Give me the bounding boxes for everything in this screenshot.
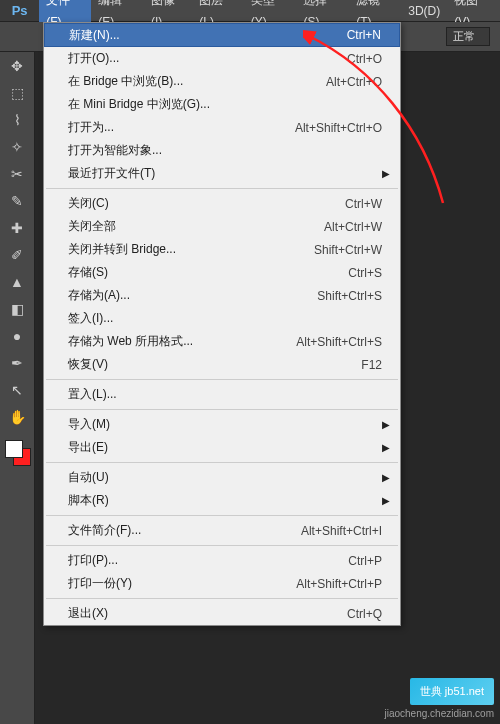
menu-item-13[interactable]: 签入(I)... <box>44 307 400 330</box>
submenu-arrow-icon: ▶ <box>382 419 390 430</box>
brush-tool[interactable]: ✐ <box>4 243 31 267</box>
menu-item-11[interactable]: 存储(S)Ctrl+S <box>44 261 400 284</box>
menu-item-label: 关闭并转到 Bridge... <box>68 241 314 258</box>
menu-item-shortcut: Ctrl+W <box>345 197 382 211</box>
file-menu-dropdown: 新建(N)...Ctrl+N打开(O)...Ctrl+O在 Bridge 中浏览… <box>43 22 401 626</box>
menu-separator <box>46 409 398 410</box>
lasso-tool[interactable]: ⌇ <box>4 108 31 132</box>
crop-tool[interactable]: ✂ <box>4 162 31 186</box>
blend-mode-select[interactable]: 正常 <box>446 27 490 46</box>
menu-item-6[interactable]: 最近打开文件(T)▶ <box>44 162 400 185</box>
menu-item-label: 自动(U) <box>68 469 382 486</box>
path-select-tool[interactable]: ↖ <box>4 378 31 402</box>
menu-item-label: 置入(L)... <box>68 386 382 403</box>
menu-item-shortcut: Ctrl+O <box>347 52 382 66</box>
menu-separator <box>46 545 398 546</box>
menu-item-8[interactable]: 关闭(C)Ctrl+W <box>44 192 400 215</box>
menu-item-0[interactable]: 新建(N)...Ctrl+N <box>44 23 400 47</box>
watermark-site: 世典 jb51.net <box>410 678 494 705</box>
submenu-arrow-icon: ▶ <box>382 168 390 179</box>
menu-item-label: 签入(I)... <box>68 310 382 327</box>
menu-item-1[interactable]: 打开(O)...Ctrl+O <box>44 47 400 70</box>
menu-item-3[interactable]: 在 Mini Bridge 中浏览(G)... <box>44 93 400 116</box>
menu-item-27[interactable]: 打印(P)...Ctrl+P <box>44 549 400 572</box>
menu-item-label: 最近打开文件(T) <box>68 165 382 182</box>
menu-item-shortcut: Alt+Shift+Ctrl+P <box>296 577 382 591</box>
menu-separator <box>46 598 398 599</box>
menu-item-28[interactable]: 打印一份(Y)Alt+Shift+Ctrl+P <box>44 572 400 595</box>
menu-separator <box>46 379 398 380</box>
menu-item-label: 恢复(V) <box>68 356 361 373</box>
menu-separator <box>46 188 398 189</box>
eyedropper-tool[interactable]: ✎ <box>4 189 31 213</box>
menu-item-label: 退出(X) <box>68 605 347 622</box>
pen-tool[interactable]: ✒ <box>4 351 31 375</box>
healing-brush-tool[interactable]: ✚ <box>4 216 31 240</box>
menu-item-20[interactable]: 导出(E)▶ <box>44 436 400 459</box>
app-logo: Ps <box>0 0 39 21</box>
color-swatches[interactable] <box>3 438 31 466</box>
menu-item-shortcut: Ctrl+Q <box>347 607 382 621</box>
menu-7[interactable]: 3D(D) <box>401 0 447 22</box>
menu-item-label: 在 Mini Bridge 中浏览(G)... <box>68 96 382 113</box>
menu-item-shortcut: Alt+Shift+Ctrl+I <box>301 524 382 538</box>
menu-item-shortcut: Shift+Ctrl+S <box>317 289 382 303</box>
menu-item-4[interactable]: 打开为...Alt+Shift+Ctrl+O <box>44 116 400 139</box>
menu-item-label: 关闭(C) <box>68 195 345 212</box>
menu-item-label: 打开为... <box>68 119 295 136</box>
watermark: 世典 jb51.net jiaocheng.chezidian.com <box>384 678 494 720</box>
hand-tool[interactable]: ✋ <box>4 405 31 429</box>
menu-item-30[interactable]: 退出(X)Ctrl+Q <box>44 602 400 625</box>
menu-item-9[interactable]: 关闭全部Alt+Ctrl+W <box>44 215 400 238</box>
tool-strip: ✥⬚⌇✧✂✎✚✐▲◧●✒↖✋ <box>0 52 35 724</box>
eraser-tool[interactable]: ◧ <box>4 297 31 321</box>
submenu-arrow-icon: ▶ <box>382 442 390 453</box>
menu-item-label: 关闭全部 <box>68 218 324 235</box>
menu-item-14[interactable]: 存储为 Web 所用格式...Alt+Shift+Ctrl+S <box>44 330 400 353</box>
menu-item-shortcut: Alt+Shift+Ctrl+S <box>296 335 382 349</box>
move-tool[interactable]: ✥ <box>4 54 31 78</box>
menu-item-25[interactable]: 文件简介(F)...Alt+Shift+Ctrl+I <box>44 519 400 542</box>
menu-item-label: 存储为 Web 所用格式... <box>68 333 296 350</box>
menu-separator <box>46 515 398 516</box>
menu-item-5[interactable]: 打开为智能对象... <box>44 139 400 162</box>
menu-item-shortcut: F12 <box>361 358 382 372</box>
magic-wand-tool[interactable]: ✧ <box>4 135 31 159</box>
menu-item-label: 导出(E) <box>68 439 382 456</box>
menu-item-label: 在 Bridge 中浏览(B)... <box>68 73 326 90</box>
menu-item-label: 打印一份(Y) <box>68 575 296 592</box>
menu-separator <box>46 462 398 463</box>
menu-item-label: 存储(S) <box>68 264 348 281</box>
menu-item-shortcut: Alt+Ctrl+O <box>326 75 382 89</box>
menu-item-22[interactable]: 自动(U)▶ <box>44 466 400 489</box>
menubar: 文件(F)编辑(E)图像(I)图层(L)类型(Y)选择(S)滤镜(T)3D(D)… <box>39 0 500 21</box>
watermark-url: jiaocheng.chezidian.com <box>384 707 494 721</box>
menu-item-12[interactable]: 存储为(A)...Shift+Ctrl+S <box>44 284 400 307</box>
menu-item-23[interactable]: 脚本(R)▶ <box>44 489 400 512</box>
menu-item-label: 打开(O)... <box>68 50 347 67</box>
menu-item-label: 存储为(A)... <box>68 287 317 304</box>
menu-item-19[interactable]: 导入(M)▶ <box>44 413 400 436</box>
marquee-tool[interactable]: ⬚ <box>4 81 31 105</box>
stamp-tool[interactable]: ▲ <box>4 270 31 294</box>
menu-item-shortcut: Alt+Ctrl+W <box>324 220 382 234</box>
menu-item-10[interactable]: 关闭并转到 Bridge...Shift+Ctrl+W <box>44 238 400 261</box>
menu-item-shortcut: Ctrl+N <box>347 28 381 42</box>
menu-item-label: 导入(M) <box>68 416 382 433</box>
menu-item-15[interactable]: 恢复(V)F12 <box>44 353 400 376</box>
menu-item-label: 新建(N)... <box>69 27 347 44</box>
menu-item-shortcut: Ctrl+P <box>348 554 382 568</box>
foreground-swatch[interactable] <box>5 440 23 458</box>
menu-item-17[interactable]: 置入(L)... <box>44 383 400 406</box>
submenu-arrow-icon: ▶ <box>382 495 390 506</box>
menu-item-2[interactable]: 在 Bridge 中浏览(B)...Alt+Ctrl+O <box>44 70 400 93</box>
blend-mode-label: 正常 <box>453 30 475 42</box>
blur-tool[interactable]: ● <box>4 324 31 348</box>
submenu-arrow-icon: ▶ <box>382 472 390 483</box>
menu-item-shortcut: Alt+Shift+Ctrl+O <box>295 121 382 135</box>
menu-item-label: 打开为智能对象... <box>68 142 382 159</box>
menu-item-label: 文件简介(F)... <box>68 522 301 539</box>
menu-item-shortcut: Shift+Ctrl+W <box>314 243 382 257</box>
menu-item-label: 脚本(R) <box>68 492 382 509</box>
menu-item-label: 打印(P)... <box>68 552 348 569</box>
